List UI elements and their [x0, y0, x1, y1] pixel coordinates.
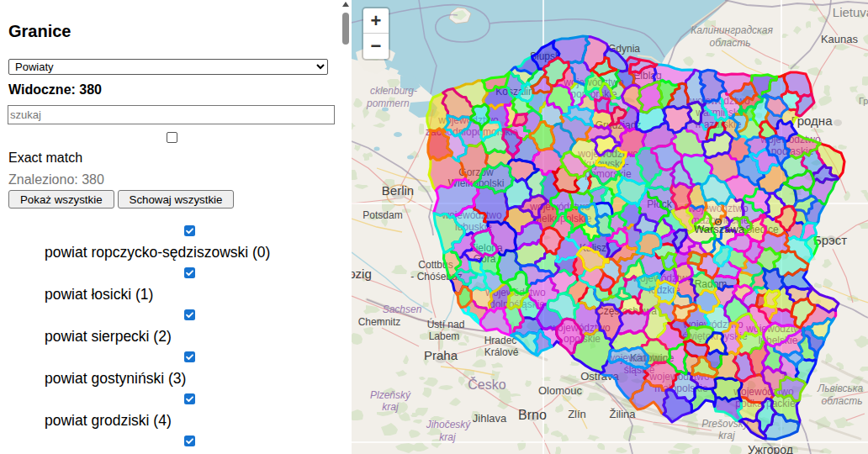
svg-text:Olomouc: Olomouc [538, 384, 583, 397]
svg-text:Калининградская: Калининградская [691, 24, 773, 36]
svg-text:Warszawa: Warszawa [694, 223, 745, 235]
svg-text:Zlín: Zlín [568, 408, 586, 420]
svg-text:Ústí nad: Ústí nad [427, 318, 465, 330]
svg-text:область: область [710, 37, 751, 49]
svg-text:Ужгород: Ужгород [748, 443, 793, 454]
svg-text:kraj: kraj [718, 430, 735, 441]
svg-text:Berlin: Berlin [382, 183, 414, 198]
svg-text:Česko: Česko [468, 377, 505, 392]
svg-text:Plzeňský: Plzeňský [370, 389, 411, 401]
svg-text:pzig: pzig [352, 267, 372, 281]
svg-text:Jihočeský: Jihočeský [426, 419, 472, 430]
svg-text:cklenburg-: cklenburg- [370, 85, 417, 97]
svg-text:Potsdam: Potsdam [363, 209, 402, 221]
svg-text:Гродзенская: Гродзенская [859, 96, 868, 106]
svg-text:Chemnitz: Chemnitz [358, 316, 401, 328]
svg-text:Sachsen: Sachsen [383, 304, 422, 315]
svg-text:Praha: Praha [424, 348, 458, 362]
svg-text:Lietuva: Lietuva [833, 5, 868, 19]
svg-text:Žilina: Žilina [609, 408, 636, 420]
svg-text:Jihlava: Jihlava [473, 412, 507, 425]
svg-text:Львівська: Львівська [817, 383, 863, 394]
svg-text:pommern: pommern [366, 98, 410, 109]
svg-text:Brno: Brno [518, 408, 547, 422]
svg-text:kraj: kraj [382, 401, 399, 413]
svg-text:Labem: Labem [429, 330, 460, 342]
svg-text:область: область [822, 395, 863, 407]
svg-text:Králové: Králové [484, 346, 519, 358]
svg-text:kraj: kraj [439, 431, 456, 443]
svg-text:Kaunas: Kaunas [821, 33, 859, 45]
